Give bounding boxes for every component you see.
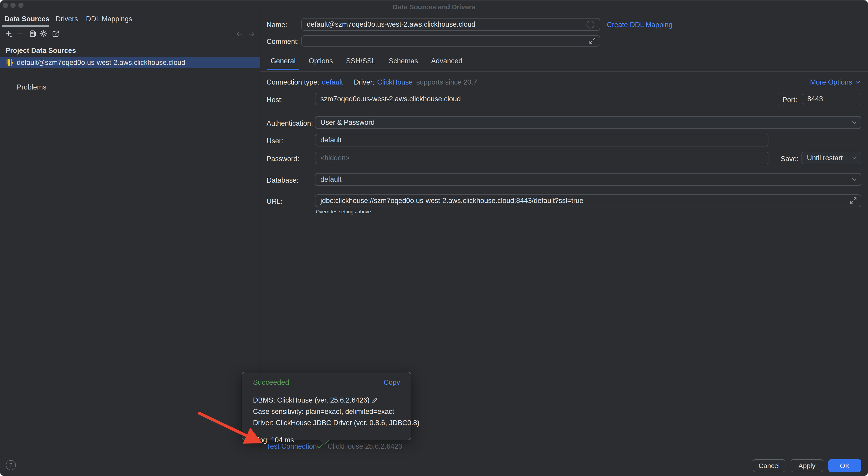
problems-section[interactable]: Problems <box>17 83 46 91</box>
comment-label: Comment: <box>267 37 299 46</box>
connection-type-row: Connection type: default Driver: ClickHo… <box>267 78 477 86</box>
sidebar-tab-drivers[interactable]: Drivers <box>56 15 78 23</box>
apply-button[interactable]: Apply <box>790 459 823 472</box>
more-options-link[interactable]: More Options <box>810 78 852 86</box>
ok-button[interactable]: OK <box>828 459 861 472</box>
save-select[interactable]: Until restart <box>802 152 861 164</box>
help-button[interactable]: ? <box>6 460 16 470</box>
driver-line: Driver: ClickHouse JDBC Driver (ver. 0.8… <box>253 417 402 429</box>
tab-options[interactable]: Options <box>309 57 333 65</box>
url-expand-icon[interactable] <box>849 196 858 205</box>
database-value: default <box>320 175 341 183</box>
port-field[interactable] <box>802 93 861 105</box>
back-button[interactable] <box>235 30 243 38</box>
save-label: Save: <box>781 155 799 163</box>
driver-label: Driver: <box>354 78 374 86</box>
name-field[interactable] <box>301 18 600 31</box>
duplicate-button[interactable] <box>29 30 37 37</box>
tabs-divider <box>260 71 868 72</box>
case-sensitivity-line: Case sensitivity: plain=exact, delimited… <box>253 406 402 417</box>
copy-result-link[interactable]: Copy <box>384 378 400 386</box>
save-value: Until restart <box>807 154 843 162</box>
pencil-icon[interactable] <box>371 397 378 404</box>
connection-type-label: Connection type: <box>267 78 319 86</box>
name-label: Name: <box>267 21 287 29</box>
sidebar-active-tab-underline <box>2 25 49 27</box>
password-label: Password: <box>267 155 299 163</box>
tab-general[interactable]: General <box>271 57 296 65</box>
remove-data-source-button[interactable] <box>16 30 24 38</box>
url-field[interactable] <box>315 194 861 207</box>
database-label: Database: <box>267 176 299 184</box>
chevron-down-icon <box>855 79 861 85</box>
user-label: User: <box>267 137 283 145</box>
connection-settings-tabs: General Options SSH/SSL Schemas Advanced <box>271 57 462 65</box>
authentication-label: Authentication: <box>267 120 313 128</box>
data-sources-dialog: Data Sources and Drivers Data Sources Dr… <box>0 0 868 476</box>
authentication-value: User & Password <box>320 118 374 127</box>
footer-divider <box>0 455 868 455</box>
chevron-down-icon <box>851 176 857 182</box>
data-source-list-item[interactable]: default@szm7oqed0o.us-west-2.aws.clickho… <box>0 57 260 68</box>
gear-icon[interactable] <box>40 30 48 37</box>
port-label: Port: <box>782 96 797 104</box>
tab-schemas[interactable]: Schemas <box>389 57 418 65</box>
url-note: Overrides settings above <box>316 209 371 215</box>
create-ddl-mapping-link[interactable]: Create DDL Mapping <box>607 21 673 29</box>
forward-button[interactable] <box>248 30 255 38</box>
question-mark-icon: ? <box>9 462 12 469</box>
data-source-item-label: default@szm7oqed0o.us-west-2.aws.clickho… <box>17 59 185 67</box>
url-label: URL: <box>267 198 283 206</box>
window-title: Data Sources and Drivers <box>0 3 868 11</box>
dbms-line: DBMS: ClickHouse (ver. 25.6.2.6426) <box>253 395 402 406</box>
cancel-button[interactable]: Cancel <box>753 459 785 472</box>
test-result-status: Succeeded <box>253 378 289 386</box>
comment-field[interactable] <box>301 35 600 46</box>
clickhouse-icon <box>6 59 13 66</box>
host-label: Host: <box>267 96 283 104</box>
more-options[interactable]: More Options <box>810 78 861 86</box>
add-data-source-button[interactable] <box>5 30 13 38</box>
tab-advanced[interactable]: Advanced <box>431 57 462 65</box>
sidebar-tab-data-sources[interactable]: Data Sources <box>4 15 49 23</box>
project-data-sources-header: Project Data Sources <box>5 46 76 55</box>
driver-support-note: supports since 20.7 <box>416 78 477 86</box>
data-source-color-circle[interactable] <box>587 21 594 29</box>
sidebar-tab-ddl-mappings[interactable]: DDL Mappings <box>86 15 132 23</box>
database-select[interactable]: default <box>315 173 861 186</box>
tab-ssh-ssl[interactable]: SSH/SSL <box>346 57 376 65</box>
comment-expand-icon[interactable] <box>588 37 596 45</box>
chevron-down-icon <box>852 155 857 161</box>
user-field[interactable] <box>315 134 769 146</box>
password-field[interactable] <box>315 152 769 164</box>
host-field[interactable] <box>315 93 779 105</box>
chevron-down-icon <box>851 120 857 126</box>
open-in-new-window-button[interactable] <box>52 30 60 37</box>
sidebar-tabs-divider <box>0 27 260 27</box>
authentication-select[interactable]: User & Password <box>315 116 861 129</box>
connection-type-link[interactable]: default <box>322 78 343 86</box>
driver-link[interactable]: ClickHouse <box>377 78 413 86</box>
test-result-popup: Succeeded Copy DBMS: ClickHouse (ver. 25… <box>242 372 411 440</box>
